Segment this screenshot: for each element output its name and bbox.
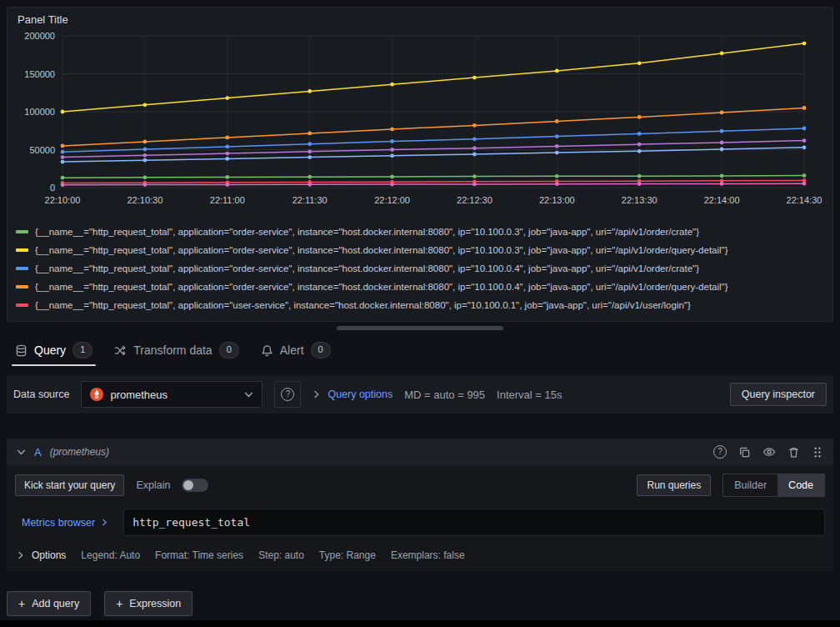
hide-query-eye-icon[interactable] — [762, 445, 776, 459]
chevron-down-icon — [17, 448, 26, 457]
query-options-toggle[interactable]: Query options — [312, 389, 392, 400]
max-data-points-text: MD = auto = 995 — [404, 389, 485, 401]
plus-icon: + — [116, 597, 122, 610]
interval-text: Interval = 15s — [497, 389, 562, 401]
options-expander[interactable]: Options — [17, 549, 66, 561]
legend-item[interactable]: {__name__="http_request_total", applicat… — [16, 223, 824, 241]
transform-icon — [114, 344, 127, 357]
chart-legend: {__name__="http_request_total", applicat… — [8, 221, 832, 321]
legend-item[interactable]: {__name__="http_request_total", applicat… — [16, 278, 824, 296]
toggle-knob — [183, 480, 193, 490]
svg-text:22:11:00: 22:11:00 — [210, 195, 245, 205]
svg-text:22:10:30: 22:10:30 — [127, 195, 162, 205]
chevron-right-icon — [312, 390, 321, 399]
delete-query-trash-icon[interactable] — [788, 446, 800, 459]
option-exemplars: Exemplars: false — [391, 549, 465, 561]
query-count-badge: 1 — [72, 342, 92, 358]
legend-item[interactable]: {__name__="http_request_total", applicat… — [16, 296, 824, 314]
query-toolbar: Kick start your query Explain Run querie… — [7, 465, 833, 502]
legend-item[interactable]: {__name__="http_request_total", applicat… — [16, 241, 824, 259]
expression-label: Expression — [129, 598, 181, 609]
code-mode-button[interactable]: Code — [778, 474, 824, 496]
query-help-icon[interactable]: ? — [713, 445, 727, 459]
prometheus-icon — [90, 388, 103, 401]
panel-title: Panel Title — [18, 13, 68, 26]
promql-query-input[interactable] — [123, 509, 825, 536]
run-queries-button[interactable]: Run queries — [637, 474, 711, 496]
editor-mode-switch: Builder Code — [722, 474, 825, 497]
legend-series-label: {__name__="http_request_total", applicat… — [35, 227, 699, 237]
datasource-label: Data source — [13, 389, 69, 400]
grafana-panel-editor: Panel Title 05000010000015000020000022:1… — [0, 7, 840, 616]
datasource-picker[interactable]: prometheus — [81, 381, 262, 408]
explain-label: Explain — [136, 479, 170, 491]
legend-series-label: {__name__="http_request_total", applicat… — [35, 282, 728, 292]
add-query-button[interactable]: + Add query — [7, 591, 91, 616]
svg-text:22:12:00: 22:12:00 — [374, 195, 410, 205]
legend-item[interactable]: {__name__="http_request_total", applicat… — [16, 259, 824, 278]
editor-tabs: Query 1 Transform data 0 Alert 0 — [0, 332, 840, 369]
svg-text:22:14:00: 22:14:00 — [704, 195, 740, 205]
time-series-panel: Panel Title 05000010000015000020000022:1… — [7, 7, 833, 322]
query-row-header[interactable]: A (prometheus) ? — [7, 439, 833, 465]
panel-header[interactable]: Panel Title — [8, 8, 832, 28]
option-format: Format: Time series — [155, 549, 243, 561]
option-step: Step: auto — [258, 549, 304, 561]
query-inspector-button[interactable]: Query inspector — [730, 383, 827, 406]
legend-series-label: {__name__="http_request_total", applicat… — [35, 300, 691, 310]
builder-mode-button[interactable]: Builder — [723, 474, 778, 496]
legend-series-label: {__name__="http_request_total", applicat… — [35, 263, 699, 273]
tab-query[interactable]: Query 1 — [8, 332, 99, 369]
add-query-label: Add query — [32, 598, 79, 609]
alert-count-badge: 0 — [311, 342, 331, 358]
add-expression-button[interactable]: + Expression — [104, 591, 192, 616]
option-legend: Legend: Auto — [81, 549, 140, 561]
svg-text:200000: 200000 — [24, 31, 55, 41]
legend-color-swatch — [16, 248, 28, 252]
svg-text:22:12:30: 22:12:30 — [457, 195, 492, 205]
svg-text:22:14:30: 22:14:30 — [787, 195, 822, 205]
transform-count-badge: 0 — [219, 342, 239, 358]
metrics-browser-button[interactable]: Metrics browser — [15, 509, 115, 536]
tab-transform-label: Transform data — [133, 344, 212, 357]
database-icon — [15, 344, 28, 357]
svg-text:22:10:00: 22:10:00 — [45, 195, 81, 205]
chevron-down-icon — [244, 390, 253, 399]
svg-text:22:13:30: 22:13:30 — [622, 195, 658, 205]
legend-color-swatch — [16, 267, 28, 270]
options-label: Options — [32, 549, 66, 561]
metrics-browser-label: Metrics browser — [22, 517, 95, 529]
query-editor-row-a: A (prometheus) ? Kick start your query — [7, 439, 833, 571]
svg-text:22:11:30: 22:11:30 — [292, 195, 328, 205]
tab-alert[interactable]: Alert 0 — [254, 332, 338, 369]
svg-text:0: 0 — [50, 183, 55, 193]
tab-query-label: Query — [34, 344, 66, 357]
explain-toggle[interactable] — [182, 479, 208, 492]
query-datasource-hint: (prometheus) — [50, 446, 109, 458]
option-type: Type: Range — [319, 549, 376, 561]
time-series-chart[interactable]: 05000010000015000020000022:10:0022:10:30… — [14, 28, 826, 221]
bell-icon — [261, 344, 273, 357]
tab-transform-data[interactable]: Transform data 0 — [108, 332, 246, 369]
svg-text:22:13:00: 22:13:00 — [539, 195, 575, 205]
datasource-bar: Data source prometheus ? Query options M… — [7, 375, 833, 414]
duplicate-query-icon[interactable] — [738, 446, 751, 459]
drag-handle-icon[interactable] — [812, 446, 823, 459]
svg-text:50000: 50000 — [29, 145, 55, 155]
svg-text:150000: 150000 — [24, 69, 55, 79]
pane-resize-handle[interactable] — [337, 326, 503, 330]
tab-alert-label: Alert — [280, 344, 304, 357]
legend-color-swatch — [16, 303, 28, 307]
kick-start-query-button[interactable]: Kick start your query — [15, 474, 124, 496]
help-icon: ? — [281, 388, 294, 401]
query-footer-actions: + Add query + Expression — [7, 591, 833, 616]
legend-color-swatch — [16, 285, 28, 288]
query-options-label: Query options — [328, 389, 392, 400]
datasource-help-button[interactable]: ? — [274, 381, 301, 408]
query-field-row: Metrics browser — [7, 502, 833, 541]
query-ref-id[interactable]: A — [34, 446, 42, 459]
window-bottom-edge — [0, 620, 840, 627]
plus-icon: + — [18, 597, 25, 610]
legend-series-label: {__name__="http_request_total", applicat… — [35, 245, 728, 255]
datasource-picker-value: prometheus — [110, 389, 238, 401]
